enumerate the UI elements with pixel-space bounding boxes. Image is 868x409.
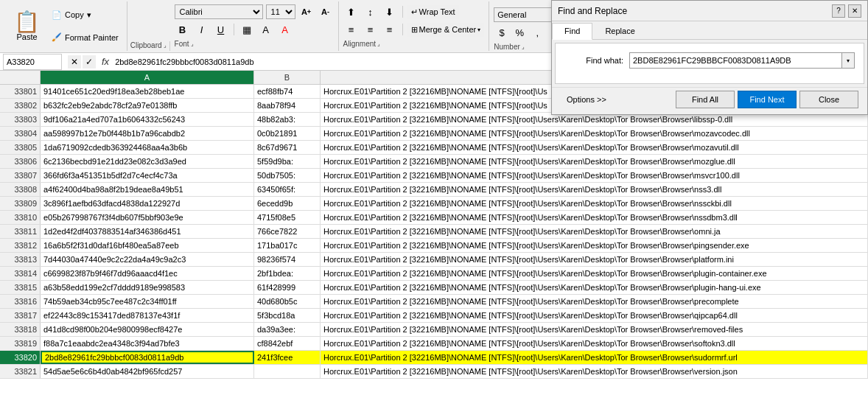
table-row[interactable]: 3381216a6b5f2f31d0daf16bf480ea5a87eeb171… xyxy=(0,239,868,253)
table-row[interactable]: 338202bd8e82961fc29bbbcf0083d0811a9db241… xyxy=(0,351,868,365)
cell-a[interactable]: d41d8cd98f00b204e9800998ecf8427e xyxy=(41,323,254,336)
table-row[interactable]: 338051da6719092cdedb363924468aa4a3b6b8c6… xyxy=(0,141,868,155)
cell-a[interactable]: 7d44030a47440e9c2c22da4a49c9a2c3 xyxy=(41,253,254,266)
font-color-button[interactable]: A xyxy=(277,22,293,37)
cell-c[interactable]: Horcrux.E01\Partition 2 [32216MB]\NONAME… xyxy=(321,337,868,350)
bold-button[interactable]: B xyxy=(175,22,191,37)
tab-replace[interactable]: Replace xyxy=(592,23,647,39)
find-all-button[interactable]: Find All xyxy=(676,91,735,108)
table-row[interactable]: 33807366fd6f3a451351b5df2d7c4ecf4c73a50d… xyxy=(0,169,868,183)
close-dialog-button[interactable]: Close xyxy=(799,91,858,108)
table-row[interactable]: 3382154d5ae5e6c6b4d0ab4842bf965fcd257Hor… xyxy=(0,365,868,379)
cell-c[interactable]: Horcrux.E01\Partition 2 [32216MB]\NONAME… xyxy=(321,141,868,154)
find-next-button[interactable]: Find Next xyxy=(738,91,797,108)
copy-button[interactable]: 📄 Copy ▾ xyxy=(48,8,122,22)
cell-a[interactable]: 2bd8e82961fc29bbbcf0083d0811a9db xyxy=(41,351,254,364)
cell-a[interactable]: f88a7c1eaabdc2ea4348c3f94ad7bfe3 xyxy=(41,337,254,350)
cell-b[interactable]: ecf88fb74 xyxy=(254,85,321,98)
dialog-close-x-button[interactable]: ✕ xyxy=(848,4,861,18)
cell-b[interactable]: 98236f574 xyxy=(254,253,321,266)
cell-a[interactable]: e05b267998767f3f4db607f5bbf903e9e xyxy=(41,211,254,224)
font-size-select[interactable]: 11 xyxy=(266,4,295,19)
cell-a[interactable]: ef22443c89c153417ded878137e43f1f xyxy=(41,309,254,322)
align-bottom-button[interactable]: ⬇ xyxy=(382,4,398,19)
cell-b[interactable]: 4715f08e5 xyxy=(254,211,321,224)
cell-a[interactable]: 1d2ed4f2df4037883514af346386d451 xyxy=(41,225,254,238)
cell-a[interactable]: a4f62400d4ba98a8f2b19deae8a49b51 xyxy=(41,183,254,196)
font-name-select[interactable]: Calibri xyxy=(175,4,263,19)
underline-button[interactable]: U xyxy=(213,22,229,37)
format-painter-button[interactable]: 🖌️ Format Painter xyxy=(48,30,122,44)
table-row[interactable]: 33804aa598997b12e7b0f448b1b7a96cabdb20c0… xyxy=(0,127,868,141)
options-button[interactable]: Options >> xyxy=(561,91,612,108)
clipboard-expand-icon[interactable]: ⌟ xyxy=(164,42,167,49)
table-row[interactable]: 3381674b59aeb34cb95c7ee487c2c34ff01ff40d… xyxy=(0,295,868,309)
cell-b[interactable]: 0c0b21891 xyxy=(254,127,321,140)
cell-c[interactable]: Horcrux.E01\Partition 2 [32216MB]\NONAME… xyxy=(321,267,868,280)
cell-b[interactable]: 6ecedd9b xyxy=(254,197,321,210)
currency-button[interactable]: $ xyxy=(494,25,510,40)
cell-b[interactable]: 48b82ab3: xyxy=(254,113,321,126)
cell-b[interactable]: 50db7505: xyxy=(254,169,321,182)
cell-b[interactable]: cf8842ebf xyxy=(254,337,321,350)
cell-a[interactable]: 16a6b5f2f31d0daf16bf480ea5a87eeb xyxy=(41,239,254,252)
percent-button[interactable]: % xyxy=(511,25,528,40)
cell-a[interactable]: 54d5ae5e6c6b4d0ab4842bf965fcd257 xyxy=(41,365,254,378)
comma-button[interactable]: , xyxy=(529,25,545,40)
cell-a[interactable]: 366fd6f3a451351b5df2d7c4ecf4c73a xyxy=(41,169,254,182)
cell-b[interactable]: 8aab78f94 xyxy=(254,99,321,112)
table-row[interactable]: 33808a4f62400d4ba98a8f2b19deae8a49b51634… xyxy=(0,183,868,197)
cell-c[interactable]: Horcrux.E01\Partition 2 [32216MB]\NONAME… xyxy=(321,295,868,308)
align-top-button[interactable]: ⬆ xyxy=(343,4,360,19)
cell-b[interactable]: 40d680b5c xyxy=(254,295,321,308)
table-row[interactable]: 338137d44030a47440e9c2c22da4a49c9a2c3982… xyxy=(0,253,868,267)
cell-b[interactable]: 8c67d9671 xyxy=(254,141,321,154)
cell-c[interactable]: Horcrux.E01\Partition 2 [32216MB]\NONAME… xyxy=(321,351,868,364)
increase-font-button[interactable]: A+ xyxy=(298,4,315,19)
col-header-a[interactable]: A xyxy=(41,71,254,84)
paste-button[interactable]: 📋 Paste xyxy=(7,4,46,48)
cell-a[interactable]: 91401ce651c20ed9f18ea3eb28beb1ae xyxy=(41,85,254,98)
fill-color-button[interactable]: A xyxy=(258,22,274,37)
cell-c[interactable]: Horcrux.E01\Partition 2 [32216MB]\NONAME… xyxy=(321,225,868,238)
cell-c[interactable]: Horcrux.E01\Partition 2 [32216MB]\NONAME… xyxy=(321,323,868,336)
table-row[interactable]: 33817ef22443c89c153417ded878137e43f1f5f3… xyxy=(0,309,868,323)
cell-c[interactable]: Horcrux.E01\Partition 2 [32216MB]\NONAME… xyxy=(321,309,868,322)
col-header-b[interactable]: B xyxy=(254,71,321,84)
cell-a[interactable]: c6699823f87b9f46f7dd96aaacd4f1ec xyxy=(41,267,254,280)
alignment-expand-icon[interactable]: ⌟ xyxy=(377,41,380,47)
cell-b[interactable]: 61f428999 xyxy=(254,281,321,294)
border-button[interactable]: ▦ xyxy=(239,22,255,37)
table-row[interactable]: 33810e05b267998767f3f4db607f5bbf903e9e47… xyxy=(0,211,868,225)
table-row[interactable]: 338066c2136becbd91e21dd23e082c3d3a9ed5f5… xyxy=(0,155,868,169)
cell-a[interactable]: 74b59aeb34cb95c7ee487c2c34ff01ff xyxy=(41,295,254,308)
align-center-button[interactable]: ≡ xyxy=(363,22,379,37)
cell-c[interactable]: Horcrux.E01\Partition 2 [32216MB]\NONAME… xyxy=(321,169,868,182)
cell-c[interactable]: Horcrux.E01\Partition 2 [32216MB]\NONAME… xyxy=(321,281,868,294)
align-middle-button[interactable]: ↕ xyxy=(363,4,379,19)
find-what-dropdown[interactable]: ▾ xyxy=(841,52,855,69)
formula-cancel-button[interactable]: ✕ xyxy=(68,55,81,69)
tab-find[interactable]: Find xyxy=(552,23,592,40)
cell-a[interactable]: a63b58edd199e2cf7dddd9189e998583 xyxy=(41,281,254,294)
cell-c[interactable]: Horcrux.E01\Partition 2 [32216MB]\NONAME… xyxy=(321,253,868,266)
cell-b[interactable]: 5f59d9ba: xyxy=(254,155,321,168)
cell-a[interactable]: 1da6719092cdedb363924468aa4a3b6b xyxy=(41,141,254,154)
italic-button[interactable]: I xyxy=(194,22,210,37)
cell-c[interactable]: Horcrux.E01\Partition 2 [32216MB]\NONAME… xyxy=(321,211,868,224)
table-row[interactable]: 338111d2ed4f2df4037883514af346386d451766… xyxy=(0,225,868,239)
cell-b[interactable]: 5f3bcd18a xyxy=(254,309,321,322)
cell-b[interactable]: 241f3fcee xyxy=(254,351,321,364)
dialog-help-button[interactable]: ? xyxy=(832,4,845,18)
cell-a[interactable]: aa598997b12e7b0f448b1b7a96cabdb2 xyxy=(41,127,254,140)
find-what-input[interactable] xyxy=(629,52,841,69)
table-row[interactable]: 338093c896f1aefbd63dfacd4838da122927d6ec… xyxy=(0,197,868,211)
table-row[interactable]: 33819f88a7c1eaabdc2ea4348c3f94ad7bfe3cf8… xyxy=(0,337,868,351)
cell-c[interactable]: Horcrux.E01\Partition 2 [32216MB]\NONAME… xyxy=(321,197,868,210)
align-right-button[interactable]: ≡ xyxy=(382,22,398,37)
cell-b[interactable]: 2bf1bdea: xyxy=(254,267,321,280)
decrease-font-button[interactable]: A- xyxy=(318,4,334,19)
align-left-button[interactable]: ≡ xyxy=(343,22,360,37)
merge-center-button[interactable]: ⊞ Merge & Center ▾ xyxy=(407,23,485,37)
table-row[interactable]: 33818d41d8cd98f00b204e9800998ecf8427eda3… xyxy=(0,323,868,337)
